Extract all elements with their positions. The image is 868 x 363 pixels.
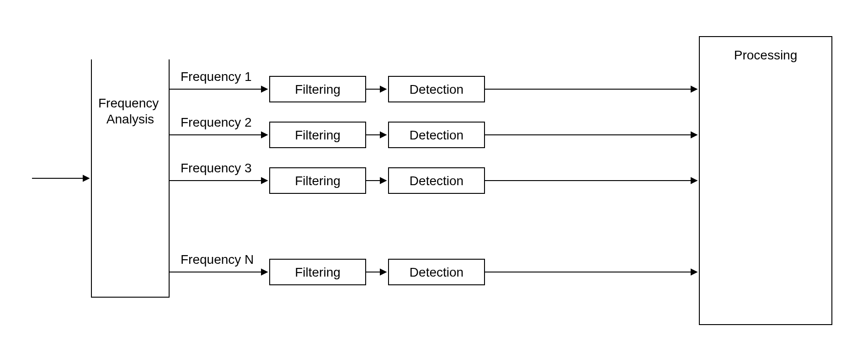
signal-row: Frequency 3FilteringDetection [169, 161, 697, 193]
frequency-analysis-block [91, 59, 169, 297]
frequency-label: Frequency 1 [181, 69, 252, 84]
signal-processing-diagram: Frequency Analysis Processing Frequency … [0, 0, 868, 363]
detection-label: Detection [410, 174, 463, 188]
filtering-label: Filtering [295, 174, 341, 188]
detection-label: Detection [410, 128, 463, 142]
frequency-label: Frequency 3 [181, 161, 252, 175]
signal-rows: Frequency 1FilteringDetectionFrequency 2… [169, 69, 697, 285]
signal-row: Frequency NFilteringDetection [169, 252, 697, 285]
frequency-label: Frequency N [181, 252, 254, 267]
filtering-label: Filtering [295, 265, 341, 279]
detection-label: Detection [410, 265, 463, 279]
filtering-label: Filtering [295, 128, 341, 142]
processing-label: Processing [734, 48, 798, 62]
detection-label: Detection [410, 82, 463, 96]
signal-row: Frequency 1FilteringDetection [169, 69, 697, 102]
signal-row: Frequency 2FilteringDetection [169, 115, 697, 148]
processing-block [699, 37, 832, 325]
filtering-label: Filtering [295, 82, 341, 96]
frequency-label: Frequency 2 [181, 115, 252, 129]
